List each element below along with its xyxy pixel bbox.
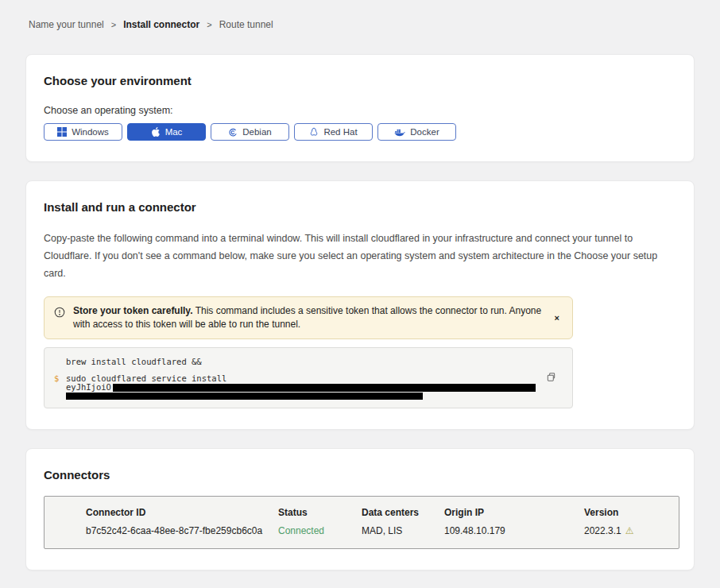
info-circle-icon: [54, 307, 65, 321]
connectors-table: Connector ID Status Data centers Origin …: [44, 496, 679, 549]
code-line-service-install: sudo cloudflared service install: [66, 373, 536, 383]
token-warning-title: Store your token carefully.: [73, 305, 193, 316]
install-connector-card: Install and run a connector Copy-paste t…: [25, 180, 695, 430]
docker-icon: [394, 128, 405, 137]
os-button-docker[interactable]: Docker: [377, 123, 456, 141]
choose-environment-title: Choose your environment: [44, 74, 676, 87]
connectors-table-header: Connector ID Status Data centers Origin …: [86, 507, 671, 518]
os-button-label: Debian: [242, 127, 271, 137]
redacted-token-bar: [66, 393, 423, 400]
origin-ip-value: 109.48.10.179: [444, 525, 584, 536]
debian-icon: [228, 127, 238, 137]
copy-command-button[interactable]: [544, 370, 558, 386]
shell-prompt: $: [54, 373, 59, 383]
close-icon[interactable]: ×: [552, 312, 563, 324]
os-button-debian[interactable]: Debian: [211, 123, 289, 141]
column-header-version: Version: [584, 507, 671, 518]
connectors-title: Connectors: [44, 468, 676, 482]
breadcrumb-step-name-tunnel[interactable]: Name your tunnel: [29, 19, 104, 30]
table-row: b7c52c42-6caa-48ee-8c77-fbe259cb6c0a Con…: [86, 525, 671, 536]
os-button-label: Red Hat: [323, 127, 357, 137]
version-value: 2022.3.1 ⚠: [584, 525, 671, 536]
code-line-brew: brew install cloudflared &&: [45, 357, 536, 366]
column-header-status: Status: [278, 507, 362, 518]
breadcrumb-separator: >: [207, 20, 211, 29]
os-button-label: Windows: [72, 127, 109, 137]
data-centers-value: MAD, LIS: [362, 525, 444, 536]
column-header-origin-ip: Origin IP: [444, 507, 584, 518]
connector-id-value: b7c52c42-6caa-48ee-8c77-fbe259cb6c0a: [86, 525, 278, 536]
redhat-icon: [309, 127, 319, 137]
windows-icon: [57, 127, 67, 137]
tunnel-setup-page: Name your tunnel > Install connector > R…: [0, 0, 720, 588]
os-button-redhat[interactable]: Red Hat: [294, 123, 373, 141]
breadcrumb-separator: >: [111, 20, 116, 29]
column-header-data-centers: Data centers: [362, 507, 444, 518]
breadcrumb-step-route-tunnel[interactable]: Route tunnel: [219, 19, 273, 30]
version-number: 2022.3.1: [584, 525, 621, 536]
token-warning-text: Store your token carefully. This command…: [73, 304, 544, 331]
connectors-card: Connectors Connector ID Status Data cent…: [25, 448, 695, 571]
install-description: Copy-paste the following command into a …: [44, 230, 676, 282]
copy-icon: [546, 373, 556, 385]
os-button-label: Docker: [410, 127, 439, 137]
os-button-mac[interactable]: Mac: [127, 123, 206, 141]
token-warning-alert: Store your token carefully. This command…: [44, 296, 573, 339]
token-prefix-text: eyJhIjoiO: [66, 383, 111, 392]
install-connector-title: Install and run a connector: [44, 200, 676, 214]
choose-environment-card: Choose your environment Choose an operat…: [25, 54, 695, 162]
os-select-label: Choose an operating system:: [44, 105, 676, 116]
token-line: eyJhIjoiO: [66, 383, 536, 392]
install-command-codeblock: brew install cloudflared && $ sudo cloud…: [44, 347, 573, 408]
status-badge: Connected: [278, 525, 362, 536]
os-button-windows[interactable]: Windows: [44, 123, 122, 141]
redacted-token-bar: [113, 384, 536, 392]
os-button-label: Mac: [165, 127, 183, 137]
breadcrumb-step-install-connector[interactable]: Install connector: [123, 19, 199, 30]
version-warning-icon: ⚠: [625, 526, 634, 536]
apple-icon: [151, 127, 161, 137]
column-header-connector-id: Connector ID: [86, 507, 278, 518]
os-button-group: Windows Mac Debian Red Hat: [44, 123, 676, 141]
breadcrumb: Name your tunnel > Install connector > R…: [25, 0, 695, 30]
code-command-group: $ sudo cloudflared service install eyJhI…: [45, 373, 536, 400]
